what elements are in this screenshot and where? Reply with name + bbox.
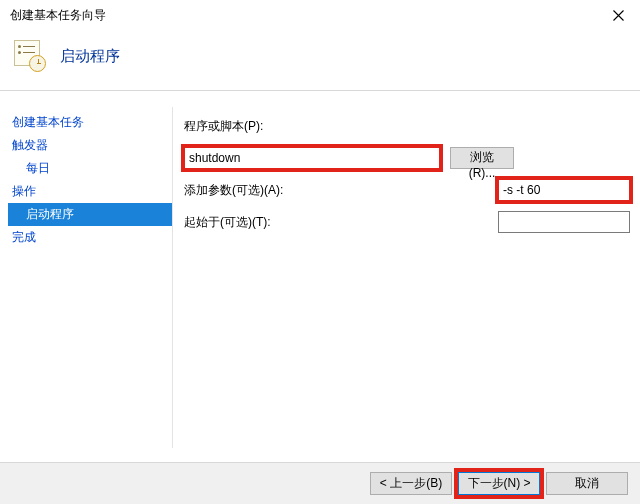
window-title: 创建基本任务向导 <box>10 7 106 24</box>
browse-button[interactable]: 浏览(R)... <box>450 147 514 169</box>
program-input[interactable] <box>184 147 440 169</box>
close-icon <box>613 10 624 21</box>
close-button[interactable] <box>596 0 640 30</box>
args-label: 添加参数(可选)(A): <box>184 182 292 199</box>
page-title: 启动程序 <box>60 47 120 66</box>
startin-label: 起始于(可选)(T): <box>184 214 292 231</box>
task-clock-icon <box>14 40 46 72</box>
sidebar-item-action[interactable]: 操作 <box>8 180 172 203</box>
footer: < 上一步(B) 下一步(N) > 取消 <box>0 462 640 504</box>
back-button[interactable]: < 上一步(B) <box>370 472 452 495</box>
titlebar: 创建基本任务向导 <box>0 0 640 30</box>
sidebar-item-create[interactable]: 创建基本任务 <box>8 111 172 134</box>
startin-input[interactable] <box>498 211 630 233</box>
vertical-divider <box>172 107 173 448</box>
content: 创建基本任务 触发器 每日 操作 启动程序 完成 程序或脚本(P): 浏览(R)… <box>0 95 640 460</box>
program-label: 程序或脚本(P): <box>184 118 292 135</box>
cancel-button[interactable]: 取消 <box>546 472 628 495</box>
next-button[interactable]: 下一步(N) > <box>458 472 540 495</box>
sidebar-item-finish[interactable]: 完成 <box>8 226 172 249</box>
args-input[interactable] <box>498 179 630 201</box>
sidebar-item-trigger[interactable]: 触发器 <box>8 134 172 157</box>
sidebar-item-daily[interactable]: 每日 <box>8 157 172 180</box>
wizard-header: 启动程序 <box>0 30 640 90</box>
sidebar: 创建基本任务 触发器 每日 操作 启动程序 完成 <box>0 95 172 249</box>
form-area: 程序或脚本(P): 浏览(R)... 添加参数(可选)(A): 起始于(可选)(… <box>184 111 630 239</box>
sidebar-item-start-program[interactable]: 启动程序 <box>8 203 172 226</box>
divider <box>0 90 640 91</box>
